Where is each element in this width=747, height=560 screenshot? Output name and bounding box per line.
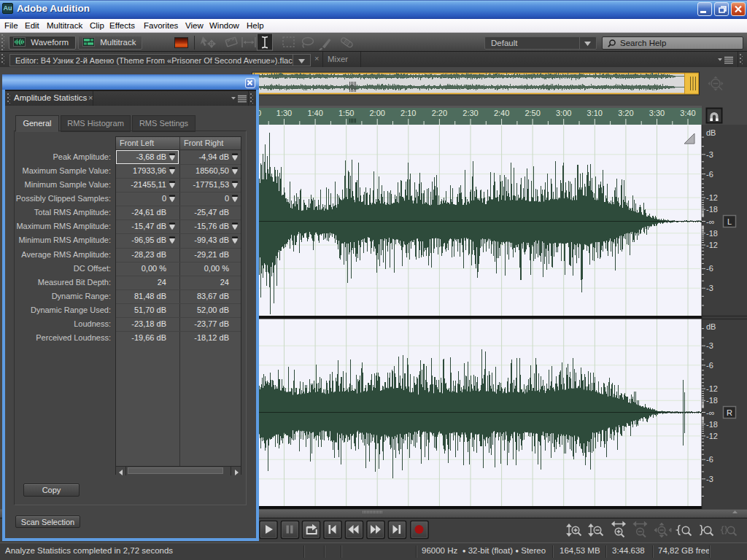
svg-text:1:50: 1:50 — [338, 109, 354, 117]
svg-text:3:30: 3:30 — [649, 109, 665, 117]
svg-text:dB: dB — [706, 128, 716, 137]
svg-text:-18: -18 — [706, 420, 718, 429]
svg-text:-6: -6 — [706, 264, 713, 273]
svg-text:3:20: 3:20 — [618, 109, 633, 117]
svg-text:2:00: 2:00 — [369, 109, 384, 117]
svg-text:2:40: 2:40 — [494, 109, 509, 117]
svg-text:3:10: 3:10 — [587, 109, 603, 117]
svg-text:-6: -6 — [706, 170, 713, 179]
svg-text:-18: -18 — [706, 229, 718, 238]
svg-text:L: L — [727, 217, 732, 226]
svg-text:-12: -12 — [706, 193, 718, 202]
svg-text:2:50: 2:50 — [525, 109, 540, 117]
svg-text:-18: -18 — [706, 205, 718, 214]
svg-text:-∞: -∞ — [706, 217, 715, 226]
svg-text:3:00: 3:00 — [556, 109, 571, 117]
svg-text:3:40: 3:40 — [680, 109, 695, 117]
svg-text:1:30: 1:30 — [276, 109, 292, 117]
svg-text:-3: -3 — [706, 150, 713, 159]
svg-text:2:10: 2:10 — [400, 109, 416, 117]
svg-text:-3: -3 — [706, 341, 713, 350]
svg-text:1:40: 1:40 — [307, 109, 322, 117]
svg-text:2:20: 2:20 — [432, 109, 447, 117]
svg-text:R: R — [727, 408, 732, 417]
svg-text:-6: -6 — [706, 361, 713, 370]
svg-text:-3: -3 — [706, 284, 713, 292]
svg-text:-3: -3 — [706, 475, 713, 483]
svg-text:-∞: -∞ — [706, 408, 715, 417]
svg-text:-6: -6 — [706, 455, 713, 464]
svg-text:-12: -12 — [706, 432, 718, 440]
svg-text:2:30: 2:30 — [462, 109, 478, 117]
svg-text:-12: -12 — [706, 384, 718, 393]
svg-text:-18: -18 — [706, 396, 718, 405]
svg-text:dB: dB — [706, 322, 716, 331]
svg-text:-12: -12 — [706, 241, 718, 249]
